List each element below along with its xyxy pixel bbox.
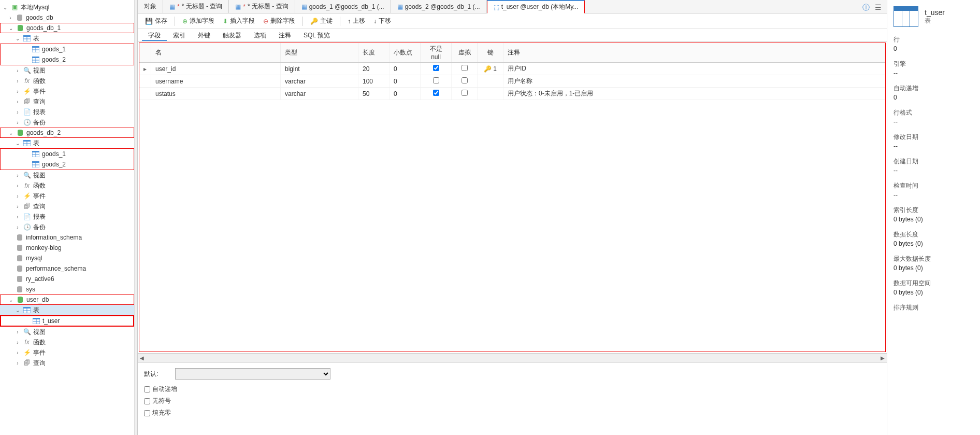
col-virtual[interactable]: 虚拟 [452,43,478,63]
zerofill-checkbox[interactable] [144,410,150,416]
field-row[interactable]: username varchar 100 0 用户名称 [139,75,885,88]
subtab[interactable]: SQL 预览 [297,29,336,41]
subtab[interactable]: 注释 [272,29,297,41]
db-node[interactable]: mysql [0,253,134,263]
db-folder[interactable]: ›⚡事件 [0,347,134,358]
db-node[interactable]: monkey-blog [0,243,134,253]
table-node[interactable]: goods_1 [1,149,134,159]
db-folder[interactable]: ›🔍视图 [0,170,134,180]
move-up-button[interactable]: ↑ 上移 [344,16,368,26]
db-folder[interactable]: ›fx函数 [0,76,134,86]
tables-folder[interactable]: ⌄表 [0,33,134,44]
subtab[interactable]: 索引 [167,29,192,41]
editor-tab[interactable]: ⬚t_user @user_db (本地My... [487,0,585,13]
col-length[interactable]: 长度 [358,43,390,63]
col-key[interactable]: 键 [478,43,503,63]
tables-folder[interactable]: ⌄表 [0,305,134,315]
cell-key[interactable]: 🔑 1 [478,63,503,75]
field-row[interactable]: ustatus varchar 50 0 用户状态：0-未启用，1-已启用 [139,88,885,100]
cell-name[interactable]: ustatus [151,88,281,100]
db-node[interactable]: ⌄user_db [0,294,134,305]
subtab[interactable]: 选项 [248,29,272,41]
db-folder[interactable]: ›🔍视图 [0,327,134,337]
cell-name[interactable]: username [151,75,281,88]
list-icon[interactable]: ☰ [875,3,882,12]
db-folder[interactable]: ›fx函数 [0,337,134,347]
db-node[interactable]: ⌄goods_db_1 [0,23,134,33]
virtual-checkbox[interactable] [462,65,468,71]
subtab[interactable]: 触发器 [217,29,248,41]
col-type[interactable]: 类型 [281,43,358,63]
primary-key-button[interactable]: 🔑 主键 [307,16,336,26]
default-select[interactable] [175,368,330,380]
editor-tab[interactable]: ▦** 无标题 - 查询 [163,0,229,13]
editor-tab[interactable]: ▦** 无标题 - 查询 [229,0,295,13]
db-folder[interactable]: ›⚡事件 [0,86,134,96]
add-field-button[interactable]: ⊕ 添加字段 [179,16,218,26]
cell-key[interactable] [478,75,503,88]
db-folder[interactable]: ›🗐查询 [0,201,134,212]
cell-type[interactable]: bigint [281,63,358,75]
delete-field-button[interactable]: ⊖ 删除字段 [260,16,298,26]
subtab[interactable]: 外键 [192,29,217,41]
table-node[interactable]: goods_2 [1,159,134,170]
horizontal-scrollbar[interactable]: ◀ ▶ [138,353,887,362]
db-folder[interactable]: ›⚡事件 [0,191,134,201]
cell-name[interactable]: user_id [151,63,281,75]
tables-folder[interactable]: ⌄表 [0,138,134,148]
scroll-right-icon[interactable]: ▶ [878,355,887,361]
auto-increment-checkbox[interactable] [144,386,150,392]
cell-decimals[interactable]: 0 [390,88,421,100]
unsigned-checkbox[interactable] [144,398,150,404]
cell-type[interactable]: varchar [281,88,358,100]
table-node[interactable]: t_user [1,316,134,326]
db-node[interactable]: ›goods_db [0,12,134,23]
col-decimals[interactable]: 小数点 [390,43,421,63]
save-button[interactable]: 💾 保存 [142,16,170,26]
cell-length[interactable]: 50 [358,88,390,100]
db-folder[interactable]: ›🗐查询 [0,96,134,107]
db-folder[interactable]: ›📄报表 [0,212,134,222]
editor-tab[interactable]: 对象 [138,0,163,13]
db-folder[interactable]: ›🔍视图 [0,65,134,76]
col-notnull[interactable]: 不是 null [421,43,452,63]
col-comment[interactable]: 注释 [503,43,885,63]
cell-comment[interactable]: 用户名称 [503,75,885,88]
cell-length[interactable]: 100 [358,75,390,88]
cell-type[interactable]: varchar [281,75,358,88]
db-folder[interactable]: ›🕓备份 [0,117,134,128]
db-node[interactable]: ⌄goods_db_2 [0,128,134,138]
cell-decimals[interactable]: 0 [390,63,421,75]
scroll-left-icon[interactable]: ◀ [138,355,146,361]
notnull-checkbox[interactable] [433,65,439,71]
virtual-checkbox[interactable] [462,77,468,83]
info-icon[interactable]: ⓘ [862,3,870,12]
virtual-checkbox[interactable] [462,90,468,96]
table-node[interactable]: goods_2 [1,54,134,65]
subtab[interactable]: 字段 [142,29,167,41]
cell-comment[interactable]: 用户ID [503,63,885,75]
db-folder[interactable]: ›🗐查询 [0,358,134,368]
notnull-checkbox[interactable] [433,77,439,83]
db-node[interactable]: performance_schema [0,263,134,274]
col-name[interactable]: 名 [151,43,281,63]
db-folder[interactable]: ›fx函数 [0,180,134,191]
db-node[interactable]: sys [0,284,134,294]
fields-grid[interactable]: 名 类型 长度 小数点 不是 null 虚拟 键 注释 ▸ user_id bi… [139,43,885,100]
move-down-button[interactable]: ↓ 下移 [370,16,394,26]
cell-comment[interactable]: 用户状态：0-未启用，1-已启用 [503,88,885,100]
notnull-checkbox[interactable] [433,90,439,96]
connection-node[interactable]: ⌄ ▣ 本地Mysql [0,2,134,12]
field-row[interactable]: ▸ user_id bigint 20 0 🔑 1 用户ID [139,63,885,75]
cell-decimals[interactable]: 0 [390,75,421,88]
table-node[interactable]: goods_1 [1,44,134,54]
db-node[interactable]: ry_active6 [0,274,134,284]
insert-field-button[interactable]: ⬇ 插入字段 [220,16,258,26]
editor-tab[interactable]: ▦goods_2 @goods_db_1 (... [391,0,487,13]
db-folder[interactable]: ›🕓备份 [0,222,134,232]
cell-length[interactable]: 20 [358,63,390,75]
editor-tab[interactable]: ▦goods_1 @goods_db_1 (... [295,0,391,13]
db-node[interactable]: information_schema [0,232,134,243]
db-folder[interactable]: ›📄报表 [0,107,134,117]
cell-key[interactable] [478,88,503,100]
